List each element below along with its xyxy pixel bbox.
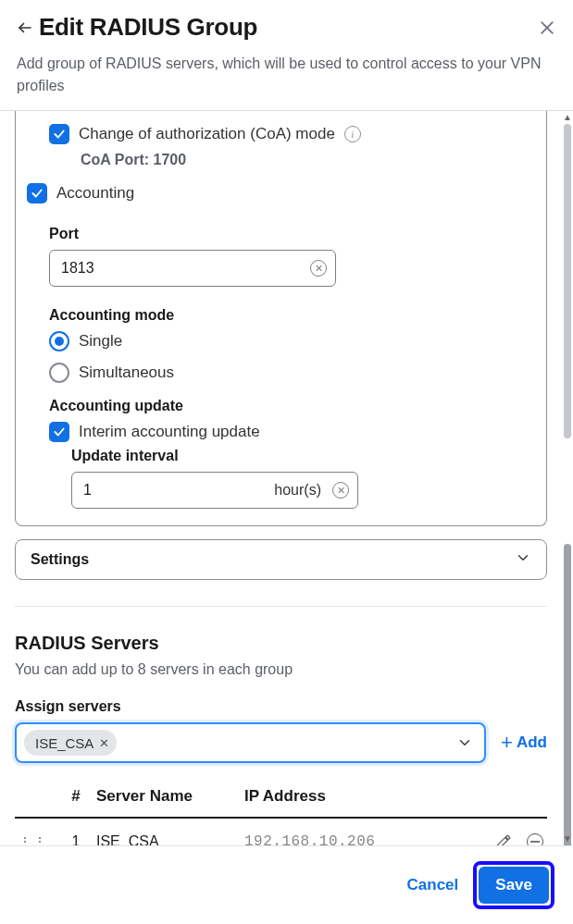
interim-update-checkbox[interactable] — [49, 422, 69, 442]
assign-servers-label: Assign servers — [15, 698, 547, 715]
coa-port-text: CoA Port: 1700 — [27, 152, 535, 168]
settings-label: Settings — [31, 551, 89, 568]
radio-icon — [49, 363, 69, 383]
radio-single[interactable]: Single — [49, 331, 535, 351]
cancel-button[interactable]: Cancel — [407, 876, 459, 894]
radius-servers-limit: You can add up to 8 servers in each grou… — [15, 661, 547, 678]
accounting-update-label: Accounting update — [49, 398, 535, 414]
radio-single-label: Single — [79, 332, 122, 351]
divider — [15, 606, 547, 607]
coa-mode-label: Change of authorization (CoA) mode — [79, 125, 335, 143]
info-icon[interactable]: i — [344, 126, 361, 142]
clear-port-icon[interactable]: ✕ — [310, 260, 327, 277]
row-number: 1 — [56, 833, 96, 845]
coa-mode-checkbox[interactable] — [49, 124, 69, 144]
add-server-button[interactable]: + Add — [501, 733, 547, 753]
radio-simultaneous[interactable]: Simultaneous — [49, 363, 535, 383]
server-chip-label: ISE_CSA — [35, 735, 93, 751]
interval-unit: hour(s) — [274, 482, 321, 499]
accounting-label: Accounting — [56, 184, 134, 203]
clear-interval-icon[interactable]: ✕ — [332, 482, 349, 499]
close-icon[interactable] — [538, 18, 556, 37]
page-subtitle: Add group of RADIUS servers, which will … — [17, 53, 556, 97]
save-button[interactable]: Save — [479, 867, 549, 904]
scrollbar[interactable]: ▲ ▼ — [562, 111, 573, 845]
port-input[interactable] — [49, 250, 336, 287]
chevron-down-icon — [456, 734, 473, 751]
accounting-mode-label: Accounting mode — [49, 307, 535, 324]
main-scroll-area: Change of authorization (CoA) mode i CoA… — [0, 111, 562, 845]
server-chip: ISE_CSA ✕ — [24, 730, 117, 756]
radio-icon — [49, 331, 69, 351]
col-server-name: Server Name — [96, 787, 244, 806]
col-ip-address: IP Address — [244, 787, 477, 806]
chip-remove-icon[interactable]: ✕ — [99, 736, 109, 750]
scroll-up-arrow-icon[interactable]: ▲ — [562, 113, 573, 122]
accounting-card: Change of authorization (CoA) mode i CoA… — [15, 111, 547, 526]
edit-icon[interactable] — [495, 833, 512, 845]
radio-simultaneous-label: Simultaneous — [79, 363, 174, 382]
footer: Cancel Save — [0, 845, 573, 924]
save-highlight: Save — [473, 861, 554, 909]
add-label: Add — [517, 733, 547, 752]
plus-icon: + — [501, 733, 513, 753]
row-server-name: ISE_CSA — [96, 833, 244, 845]
drag-handle-icon[interactable]: ⋮⋮ — [19, 834, 48, 845]
update-interval-label: Update interval — [71, 448, 535, 464]
radius-servers-heading: RADIUS Servers — [15, 633, 547, 654]
port-label: Port — [49, 226, 535, 242]
scroll-down-arrow-icon[interactable]: ▼ — [562, 834, 573, 844]
accounting-checkbox[interactable] — [27, 183, 47, 203]
scrollbar-thumb[interactable] — [564, 124, 571, 438]
row-ip-address: 192.168.10.206 — [244, 833, 477, 845]
interim-update-label: Interim accounting update — [79, 423, 260, 441]
scrollbar-thumb[interactable] — [564, 544, 571, 845]
remove-row-icon[interactable] — [527, 833, 543, 845]
col-number: # — [56, 787, 96, 806]
table-row: ⋮⋮ 1 ISE_CSA 192.168.10.206 — [15, 819, 547, 845]
chevron-down-icon — [515, 549, 531, 570]
assign-servers-combobox[interactable]: ISE_CSA ✕ — [15, 722, 486, 763]
servers-table: # Server Name IP Address ⋮⋮ 1 ISE_CSA 19… — [15, 787, 547, 845]
settings-accordion[interactable]: Settings — [15, 539, 547, 580]
back-arrow-icon[interactable] — [17, 19, 33, 36]
page-title: Edit RADIUS Group — [39, 13, 257, 42]
